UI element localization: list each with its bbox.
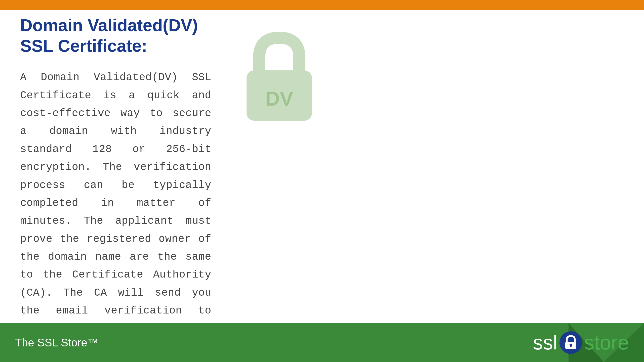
ssl-logo-ssl: ssl: [533, 331, 557, 354]
svg-rect-4: [570, 345, 572, 347]
footer-bar: The SSL Store™ ssl store: [0, 323, 644, 362]
page-title: Domain Validated(DV) SSL Certificate:: [20, 15, 211, 56]
ssl-store-logo: ssl store: [533, 331, 629, 354]
logo-lock-icon: [564, 335, 577, 350]
ssl-logo-store: store: [584, 331, 629, 354]
text-section: Domain Validated(DV) SSL Certificate: A …: [20, 15, 226, 362]
main-content: Domain Validated(DV) SSL Certificate: A …: [20, 15, 624, 322]
top-bar: [0, 0, 644, 10]
svg-text:DV: DV: [265, 87, 293, 110]
footer-brand-text: The SSL Store™: [15, 336, 98, 349]
lock-section: DV: [226, 15, 332, 126]
dv-lock-icon: DV: [239, 30, 319, 126]
body-text: A Domain Validated(DV) SSL Certificate i…: [20, 69, 211, 362]
logo-lock-badge: [559, 331, 582, 354]
lock-svg: DV: [239, 30, 319, 126]
